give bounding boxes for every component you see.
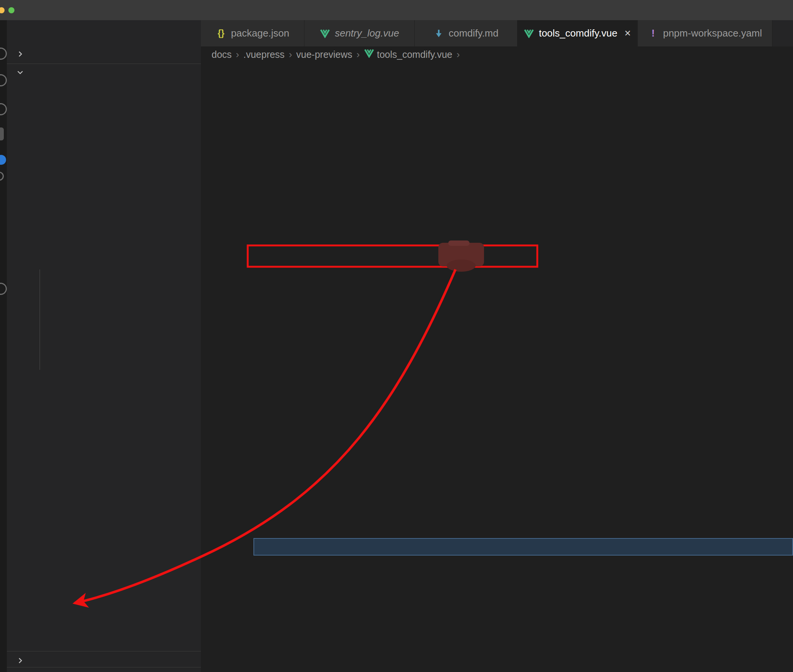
vue-icon (364, 49, 374, 60)
tab-close-icon[interactable]: ✕ (624, 29, 631, 38)
open-editors-section[interactable] (7, 46, 201, 64)
tab-pnpm-workspace.yaml[interactable]: !pnpm-workspace.yaml (638, 20, 772, 46)
zoom-traffic-light[interactable] (8, 7, 14, 13)
indent-guide (40, 269, 40, 370)
section-divider (7, 651, 201, 651)
activity-icon-partial[interactable] (0, 283, 7, 295)
breadcrumb-item-tools_comdify.vue[interactable]: tools_comdify.vue (364, 49, 452, 60)
activity-bar (0, 20, 7, 672)
activity-icon-partial[interactable] (0, 48, 7, 60)
breadcrumb-separator-icon: › (236, 49, 239, 61)
activity-icon-partial[interactable] (0, 74, 7, 86)
workspace-root-section[interactable] (7, 64, 201, 82)
chevron-right-icon (16, 656, 24, 665)
tab-label: tools_comdify.vue (539, 27, 617, 39)
md-file-icon (433, 28, 444, 39)
breadcrumb-item-.vuepress[interactable]: .vuepress (243, 49, 284, 60)
breadcrumb-separator-icon: › (457, 49, 460, 61)
tab-label: package.json (231, 27, 289, 39)
current-line-highlight (253, 538, 793, 555)
activity-icon-partial[interactable] (0, 103, 7, 115)
editor-group: {}package.jsonsentry_log.vuecomdify.mdto… (201, 20, 793, 672)
breadcrumb-separator-icon: › (357, 49, 360, 61)
explorer-sidebar (7, 20, 201, 672)
activity-icon-partial[interactable] (0, 128, 4, 141)
vue-file-icon (320, 28, 330, 39)
tab-comdify.md[interactable]: comdify.md (415, 20, 518, 46)
tab-package.json[interactable]: {}package.json (201, 20, 304, 46)
tab-tools_comdify.vue[interactable]: tools_comdify.vue✕ (518, 20, 638, 46)
json-file-icon: {} (216, 28, 226, 39)
title-bar (0, 0, 793, 20)
chevron-down-icon (16, 68, 24, 77)
minimize-traffic-light[interactable] (0, 7, 5, 13)
vue-file-icon (524, 28, 534, 39)
tab-label: pnpm-workspace.yaml (663, 27, 762, 39)
file-tree (7, 82, 201, 671)
chevron-right-icon (16, 50, 24, 58)
breadcrumb-item-vue-previews[interactable]: vue-previews (296, 49, 352, 60)
breadcrumb-separator-icon: › (289, 49, 292, 61)
activity-badge (0, 155, 6, 165)
excl-file-icon: ! (648, 28, 658, 39)
breadcrumb-item-docs[interactable]: docs (211, 49, 232, 60)
code-editor[interactable] (201, 62, 793, 672)
breadcrumb: docs›.vuepress›vue-previews›tools_comdif… (201, 46, 793, 62)
tab-label: sentry_log.vue (335, 27, 399, 39)
tab-label: comdify.md (449, 27, 499, 39)
section-divider (7, 667, 201, 667)
tab-sentry_log.vue[interactable]: sentry_log.vue (304, 20, 415, 46)
activity-icon-partial[interactable] (0, 171, 4, 181)
tab-bar: {}package.jsonsentry_log.vuecomdify.mdto… (201, 20, 793, 46)
